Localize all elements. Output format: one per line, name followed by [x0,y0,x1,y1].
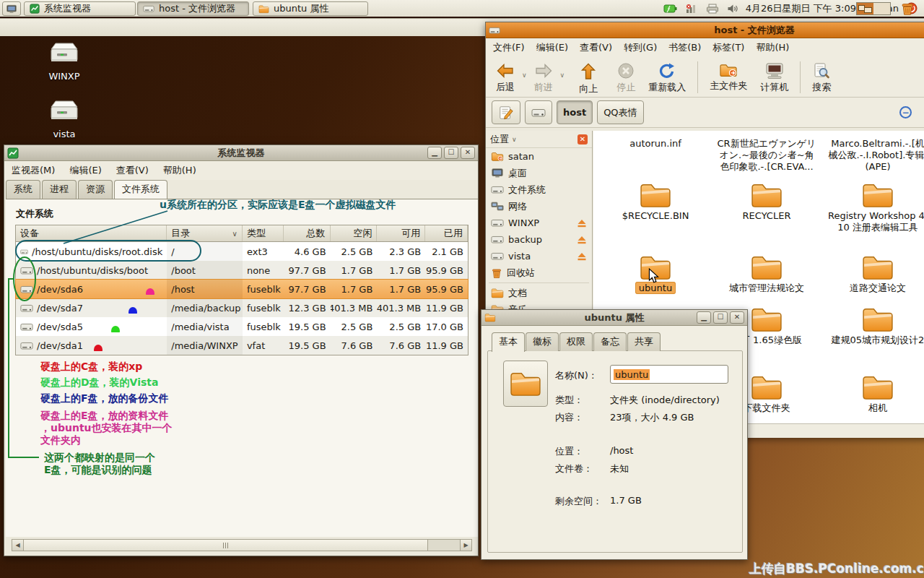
folder-registry-workshop[interactable]: Registry Workshop 4.10 注册表编辑工具 [827,181,924,233]
col-directory[interactable]: 目录∨ [167,225,243,241]
col-total[interactable]: 总数 [284,225,331,241]
menu-view[interactable]: 查看(V) [580,41,612,54]
edit-location-button[interactable] [492,100,520,124]
col-type[interactable]: 类型 [243,225,284,241]
file-browser-titlebar[interactable]: host - 文件浏览器 [486,22,924,38]
system-monitor-titlebar[interactable]: 系统监视器 ▁ ☐ ✕ [4,145,478,161]
tab-resources[interactable]: 资源 [78,180,113,199]
folder-road-traffic[interactable]: 道路交通论文 [827,254,924,294]
menu-monitor[interactable]: 监视器(M) [12,164,55,177]
name-input[interactable]: ubuntu [610,365,728,384]
desktop-icon-vista[interactable]: vista [30,95,99,139]
sidebar-header[interactable]: 位置 ∨ ✕ [486,131,592,148]
stop-button[interactable]: 停止 [611,60,641,96]
scroll-right-icon[interactable]: ▶ [460,540,471,551]
folder-urban-planning[interactable]: 建规05城市规划设计2 [827,306,924,346]
sidebar-close-icon[interactable]: ✕ [578,134,588,144]
folder-icon-button[interactable] [503,361,548,407]
table-row[interactable]: /dev/sda7 /media/backup fuseblk 12.3 GB … [16,298,468,317]
minimize-button[interactable]: ▁ [697,311,711,324]
folder-recycle-bin[interactable]: $RECYCLE.BIN [605,181,706,222]
back-button[interactable]: 后退 [490,60,520,96]
tab-share[interactable]: 共享 [627,332,661,351]
panel-clock[interactable]: 4月26日星期日 下午 3:09 [746,2,856,15]
menu-bookmarks[interactable]: 书签(B) [668,41,701,54]
forward-button[interactable]: 前进 [528,60,559,96]
path-button-qq[interactable]: QQ表情 [597,100,643,124]
show-desktop-button[interactable] [2,1,21,16]
file-autorun[interactable]: autorun.inf [605,138,706,150]
sidebar-item-trash[interactable]: 回收站 [486,264,592,281]
col-free[interactable]: 空闲 [331,225,378,241]
menu-help[interactable]: 帮助(H) [756,41,789,54]
sidebar-item-winxp[interactable]: WINXP [486,215,592,231]
folder-city-management[interactable]: 城市管理法规论文 [716,254,817,294]
zoom-out-icon[interactable]: − [899,106,912,118]
horizontal-scrollbar[interactable]: ◀ ▶ [12,539,472,551]
task-properties[interactable]: ubuntu 属性 [253,1,368,16]
tab-emblems[interactable]: 徽标 [526,332,559,351]
eject-icon[interactable] [577,252,587,261]
close-button[interactable]: ✕ [730,311,744,324]
menu-view[interactable]: 查看(V) [116,164,149,177]
home-button[interactable]: 主文件夹 [704,60,753,95]
task-file-browser[interactable]: host - 文件浏览器 [137,1,249,16]
file-cr-eva[interactable]: CR新世紀エヴァンゲリオン.~最後のシ者~角色印象歌.-.[CR.EVA... [716,138,817,173]
tab-processes[interactable]: 进程 [42,180,77,199]
path-button-host[interactable]: host [557,100,593,124]
table-row[interactable]: /dev/sda5 /media/vista fuseblk 19.5 GB 2… [16,317,468,336]
folder-recycler[interactable]: RECYCLER [716,181,817,222]
battery-icon[interactable] [663,1,678,16]
sidebar-item-backup[interactable]: backup [486,231,592,248]
printer-icon[interactable] [705,1,720,16]
file-marco-beltrami[interactable]: Marco.Beltrami.-.[机械公敌.-.I.Robot].专辑.(AP… [827,138,924,173]
scrollbar-thumb[interactable] [24,540,428,551]
workspace-2[interactable] [873,3,890,14]
search-button[interactable]: 搜索 [806,60,837,96]
table-row[interactable]: /host/ubuntu/disks/boot /boot none 97.7 … [16,261,468,280]
reload-button[interactable]: 重新载入 [642,60,692,96]
menu-file[interactable]: 文件(F) [493,41,525,54]
minimize-button[interactable]: ▁ [427,147,442,159]
trash-applet-icon[interactable] [900,1,915,16]
back-history-chevron[interactable]: ∨ [522,72,527,79]
desktop-icon-winxp[interactable]: WINXP [30,38,99,82]
table-row[interactable]: /dev/sda1 /media/WINXP vfat 19.5 GB 7.6 … [16,336,468,355]
sidebar-item-documents[interactable]: 文档 [486,285,592,301]
close-button[interactable]: ✕ [461,147,475,159]
up-button[interactable]: 向上 [573,60,603,98]
sidebar-item-desktop[interactable]: 桌面 [486,165,592,181]
table-row-selected[interactable]: /dev/sda6 /host fuseblk 97.7 GB 1.7 GB 1… [16,280,468,298]
sidebar-item-network[interactable]: 网络 [486,198,592,215]
tab-system[interactable]: 系统 [6,180,40,199]
menu-go[interactable]: 转到(G) [624,41,657,54]
eject-icon[interactable] [577,219,587,228]
tab-filesystems[interactable]: 文件系统 [114,180,167,199]
root-path-button[interactable] [525,100,552,124]
sidebar-item-vista[interactable]: vista [486,248,592,264]
tab-permissions[interactable]: 权限 [559,332,593,351]
task-system-monitor[interactable]: 系统监视器 [24,1,136,16]
properties-titlebar[interactable]: ubuntu 属性 ▁ ☐ ✕ [481,310,747,326]
maximize-button[interactable]: ☐ [713,311,728,324]
tab-notes[interactable]: 备忘 [593,332,627,351]
menu-edit[interactable]: 编辑(E) [69,164,101,177]
col-device[interactable]: 设备 [16,225,167,241]
col-used[interactable]: 已用 [425,225,468,241]
eject-icon[interactable] [577,236,587,244]
workspace-1[interactable] [857,3,873,14]
network-icon[interactable] [684,1,699,16]
table-row[interactable]: /host/ubuntu/disks/root.disk / ext3 4.6 … [16,242,468,261]
sidebar-item-home[interactable]: satan [486,148,592,165]
tab-basic[interactable]: 基本 [492,332,525,352]
menu-tabs[interactable]: 标签(T) [712,41,744,54]
computer-button[interactable]: 计算机 [754,60,794,96]
volume-icon[interactable] [726,1,741,16]
workspace-switcher[interactable] [856,2,891,15]
scroll-left-icon[interactable]: ◀ [12,540,24,551]
folder-camera[interactable]: 相机 [827,374,924,414]
menu-edit[interactable]: 编辑(E) [536,41,568,54]
forward-history-chevron[interactable]: ∨ [560,72,565,79]
col-avail[interactable]: 可用 [377,225,425,241]
sidebar-item-filesystem[interactable]: 文件系统 [486,181,592,198]
